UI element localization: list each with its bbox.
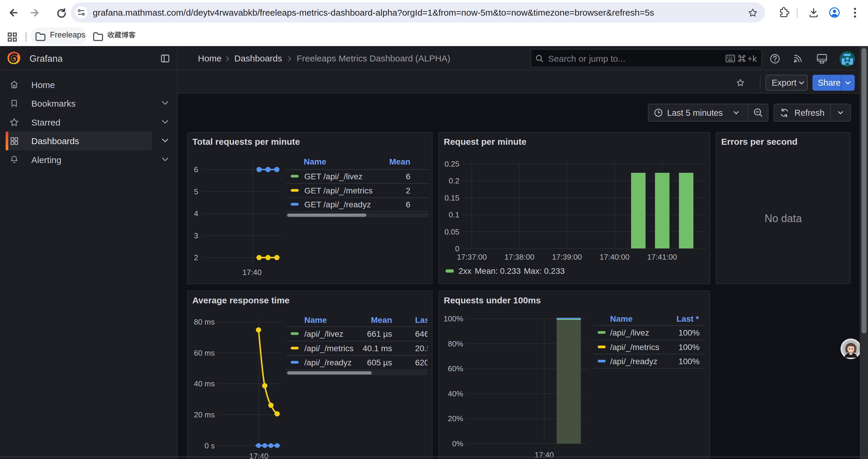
svg-text:5: 5 — [194, 187, 198, 196]
svg-text:20 ms: 20 ms — [194, 410, 215, 419]
svg-text:17:41:00: 17:41:00 — [647, 253, 677, 261]
svg-text:60%: 60% — [448, 364, 463, 373]
svg-text:17:37:00: 17:37:00 — [457, 253, 487, 261]
svg-text:6: 6 — [194, 165, 198, 174]
svg-text:40 ms: 40 ms — [194, 379, 215, 388]
svg-text:2: 2 — [194, 253, 198, 262]
svg-text:0%: 0% — [452, 439, 463, 448]
svg-text:80 ms: 80 ms — [194, 318, 215, 326]
svg-text:3: 3 — [194, 231, 198, 240]
svg-text:80%: 80% — [448, 339, 463, 348]
svg-text:60 ms: 60 ms — [194, 349, 215, 357]
svg-text:Max: 0.233: Max: 0.233 — [524, 266, 565, 275]
svg-text:17:40: 17:40 — [534, 451, 554, 459]
svg-text:Mean: 0.233: Mean: 0.233 — [475, 266, 521, 275]
svg-text:20%: 20% — [448, 414, 463, 423]
svg-text:17:40:00: 17:40:00 — [599, 253, 629, 261]
svg-text:17:39:00: 17:39:00 — [552, 253, 582, 261]
svg-text:0 s: 0 s — [205, 441, 215, 450]
svg-text:4: 4 — [194, 209, 198, 218]
svg-text:0.25: 0.25 — [444, 160, 459, 168]
svg-text:17:40: 17:40 — [249, 452, 268, 459]
svg-text:0.1: 0.1 — [449, 210, 459, 219]
svg-text:100%: 100% — [444, 314, 464, 323]
svg-text:2xx: 2xx — [459, 266, 471, 275]
svg-text:0.05: 0.05 — [444, 227, 459, 236]
svg-text:17:40: 17:40 — [242, 268, 261, 277]
svg-text:17:38:00: 17:38:00 — [504, 253, 534, 261]
svg-text:0.15: 0.15 — [444, 193, 459, 202]
svg-text:0: 0 — [455, 244, 459, 253]
svg-text:40%: 40% — [448, 389, 463, 398]
svg-text:0.2: 0.2 — [449, 176, 459, 185]
